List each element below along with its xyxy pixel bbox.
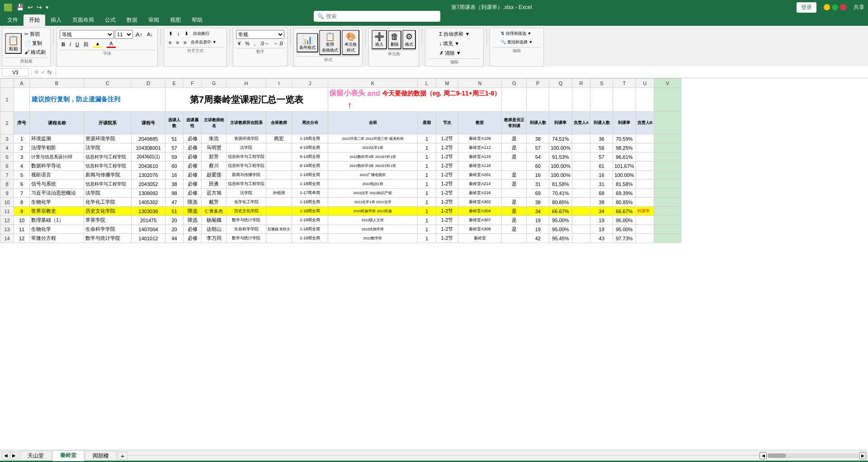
cell-id-7[interactable]: 1308092 bbox=[132, 189, 165, 198]
cell-V7[interactable] bbox=[654, 171, 681, 180]
cell-teacher-9[interactable]: 仁青多杰 bbox=[202, 207, 226, 216]
cell-normal-5[interactable]: 是 bbox=[502, 171, 527, 180]
cell-Q1[interactable] bbox=[549, 88, 572, 112]
format-button[interactable]: ⚙ 格式 bbox=[402, 30, 416, 49]
cell-tdept-2[interactable]: 法学院 bbox=[226, 143, 266, 152]
cell-attend1-4[interactable]: 60 bbox=[527, 162, 549, 171]
cell-room-1[interactable]: 秦岭堂A109 bbox=[458, 134, 502, 143]
cell-name-11[interactable]: 生物化学 bbox=[30, 225, 84, 234]
cell-weeks-6[interactable]: 1-18周全周 bbox=[292, 180, 328, 189]
cell-attend1-8[interactable]: 38 bbox=[527, 198, 549, 207]
cell-attr-2[interactable]: 必修 bbox=[184, 143, 202, 152]
cell-attr-9[interactable]: 限选 bbox=[184, 207, 202, 216]
cell-co-8[interactable] bbox=[266, 198, 292, 207]
col-header-T[interactable]: T bbox=[613, 79, 636, 88]
tab-help[interactable]: 帮助 bbox=[186, 14, 208, 26]
cell-rate1-11[interactable]: 95.00% bbox=[549, 225, 572, 234]
cell-id-9[interactable]: 1303036 bbox=[132, 207, 165, 216]
cell-weeks-8[interactable]: 1-18周全周 bbox=[292, 198, 328, 207]
font-name-select[interactable]: 等线 bbox=[60, 30, 114, 39]
cell-name-3[interactable]: 计算与信息系设计I/II bbox=[30, 152, 84, 162]
cell-period-10[interactable]: 1-2节 bbox=[436, 216, 458, 225]
align-middle-button[interactable]: ↕ bbox=[175, 30, 182, 38]
cell-co-1[interactable]: 商宏 bbox=[266, 134, 292, 143]
cell-name-10[interactable]: 数理基础（1） bbox=[30, 216, 84, 225]
cell-room-6[interactable]: 秦岭堂A214 bbox=[458, 180, 502, 189]
table-format-button[interactable]: 📋 套用表格格式 bbox=[319, 30, 341, 55]
cell-seq-1[interactable]: 1 bbox=[14, 134, 30, 143]
cell-class-5[interactable]: 2022广播电视班 bbox=[328, 171, 418, 180]
cell-attend2-3[interactable]: 57 bbox=[590, 152, 613, 162]
cell-teacher-8[interactable]: 戴芳 bbox=[202, 198, 226, 207]
cell-tdept-12[interactable]: 数学与统计学院 bbox=[226, 234, 266, 243]
cell-respa-7[interactable] bbox=[572, 189, 590, 198]
cell-tdept-6[interactable]: 信息科学与工程学院 bbox=[226, 180, 266, 189]
cell-respb-1[interactable] bbox=[636, 134, 654, 143]
cell-day-4[interactable]: 1 bbox=[417, 162, 436, 171]
cell-V8[interactable] bbox=[654, 180, 681, 189]
cell-attend2-6[interactable]: 31 bbox=[590, 180, 613, 189]
cell-tdept-5[interactable]: 新闻与传播学院 bbox=[226, 171, 266, 180]
cell-num-12[interactable]: 44 bbox=[165, 234, 184, 243]
cell-respa-6[interactable] bbox=[572, 180, 590, 189]
cell-weeks-11[interactable]: 1-18周全周 bbox=[292, 225, 328, 234]
cell-normal-4[interactable] bbox=[502, 162, 527, 171]
maximize-button[interactable] bbox=[832, 4, 838, 10]
cell-room-4[interactable]: 秦岭堂A116 bbox=[458, 162, 502, 171]
cell-day-1[interactable]: 1 bbox=[417, 134, 436, 143]
cell-dept-5[interactable]: 新闻与传播学院 bbox=[84, 171, 132, 180]
cell-seq-4[interactable]: 4 bbox=[14, 162, 30, 171]
share-button[interactable]: 共享 bbox=[854, 4, 864, 11]
cell-weeks-3[interactable]: 6-14周全周 bbox=[292, 152, 328, 162]
cell-normal-7[interactable] bbox=[502, 189, 527, 198]
close-button[interactable] bbox=[840, 4, 846, 10]
cell-V6[interactable] bbox=[654, 162, 681, 171]
col-header-I[interactable]: I bbox=[266, 79, 292, 88]
cell-P1[interactable] bbox=[527, 88, 549, 112]
cell-num-2[interactable]: 57 bbox=[165, 143, 184, 152]
search-input[interactable] bbox=[326, 13, 437, 19]
cell-rate2-4[interactable]: 101.67% bbox=[613, 162, 636, 171]
cell-normal-11[interactable]: 是 bbox=[502, 225, 527, 234]
col-header-A[interactable]: A bbox=[14, 79, 30, 88]
tab-home[interactable]: 开始 bbox=[24, 14, 45, 26]
increase-decimal-button[interactable]: .0→ bbox=[258, 40, 271, 47]
formula-input[interactable] bbox=[60, 70, 866, 75]
cell-day-9[interactable]: 1 bbox=[417, 207, 436, 216]
cell-teacher-10[interactable]: 杨菊娥 bbox=[202, 216, 226, 225]
cell-class-1[interactable]: 2021环境二班 2021环境三班 硕来科班 bbox=[328, 134, 418, 143]
col-header-O[interactable]: O bbox=[502, 79, 527, 88]
cell-rate2-11[interactable]: 95.00% bbox=[613, 225, 636, 234]
col-header-V[interactable]: V bbox=[654, 79, 681, 88]
cell-respb-7[interactable] bbox=[636, 189, 654, 198]
cell-period-8[interactable]: 1-2节 bbox=[436, 198, 458, 207]
percent-button[interactable]: % bbox=[243, 40, 251, 47]
decrease-decimal-button[interactable]: ←.0 bbox=[272, 40, 284, 47]
tab-qinling[interactable]: 秦岭堂 bbox=[52, 450, 84, 461]
col-header-H[interactable]: H bbox=[226, 79, 266, 88]
cell-teacher-3[interactable]: 郑芳 bbox=[202, 152, 226, 162]
currency-button[interactable]: ¥ bbox=[236, 40, 242, 47]
cell-attend2-4[interactable]: 61 bbox=[590, 162, 613, 171]
cell-seq-5[interactable]: 5 bbox=[14, 171, 30, 180]
cell-attend1-2[interactable]: 57 bbox=[527, 143, 549, 152]
cell-attr-3[interactable]: 必修 bbox=[184, 152, 202, 162]
cell-normal-3[interactable]: 是 bbox=[502, 152, 527, 162]
tab-prev-button[interactable]: ◀ bbox=[2, 452, 10, 460]
cell-seq-12[interactable]: 12 bbox=[14, 234, 30, 243]
cell-attr-12[interactable]: 必修 bbox=[184, 234, 202, 243]
cell-rate2-6[interactable]: 81.58% bbox=[613, 180, 636, 189]
dropdown-arrow[interactable]: ▼ bbox=[45, 5, 49, 10]
format-painter-button[interactable]: 🖌 格式刷 bbox=[23, 48, 47, 57]
tab-page-layout[interactable]: 页面布局 bbox=[67, 14, 99, 26]
cell-rate1-4[interactable]: 100.00% bbox=[549, 162, 572, 171]
cell-class-2[interactable]: 2023法学1班 bbox=[328, 143, 418, 152]
cell-rate2-12[interactable]: 97.73% bbox=[613, 234, 636, 243]
col-header-G[interactable]: G bbox=[202, 79, 226, 88]
cell-attend2-2[interactable]: 56 bbox=[590, 143, 613, 152]
cell-rate1-3[interactable]: 91.53% bbox=[549, 152, 572, 162]
cell-teacher-11[interactable]: 达朝山 bbox=[202, 225, 226, 234]
tab-review[interactable]: 审阅 bbox=[143, 14, 165, 26]
cell-dept-1[interactable]: 资源环境学院 bbox=[84, 134, 132, 143]
cell-id-10[interactable]: 201475 bbox=[132, 216, 165, 225]
